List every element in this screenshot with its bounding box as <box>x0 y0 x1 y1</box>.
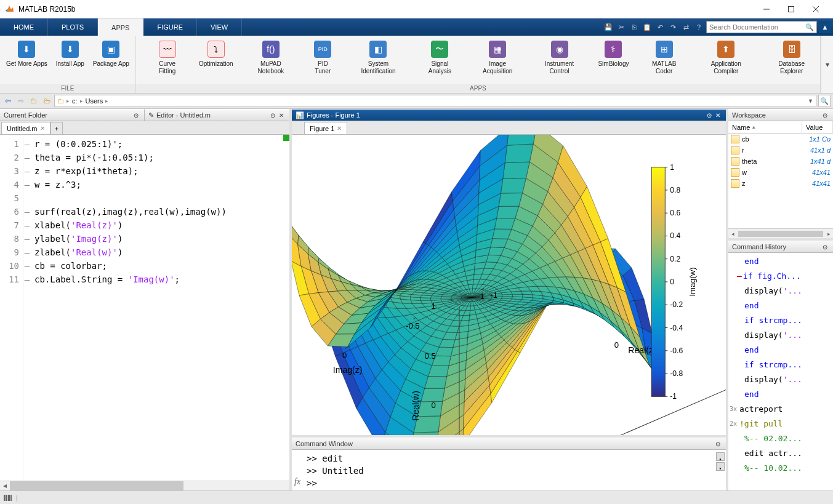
workspace-var-row[interactable]: w41x41 <box>728 167 833 178</box>
history-line[interactable]: display('... <box>731 328 831 343</box>
history-line[interactable]: 2x!git pull <box>731 417 831 431</box>
app-curve-fitting[interactable]: 〰Curve Fitting <box>148 38 187 81</box>
tab-plots[interactable]: PLOTS <box>48 18 98 36</box>
editor-hscroll[interactable]: ◂ <box>0 481 289 490</box>
figure-tab-1[interactable]: Figure 1 ✕ <box>304 122 347 134</box>
fx-icon[interactable]: fx <box>294 476 300 488</box>
search-doc-input[interactable] <box>709 23 805 31</box>
history-line[interactable]: end <box>731 254 831 269</box>
app-image-acquisition[interactable]: ▦Image Acquisition <box>473 38 523 81</box>
install-app-button[interactable]: ⬇ Install App <box>52 38 88 81</box>
app-signal-analysis[interactable]: 〜Signal Analysis <box>418 38 462 81</box>
command-prompt[interactable]: >> <box>296 477 722 489</box>
history-line[interactable]: end <box>731 343 831 358</box>
figures-header[interactable]: 📊Figures - Figure 1 ⊙ ✕ <box>292 109 726 121</box>
quick-copy-icon[interactable]: ⎘ <box>629 22 640 33</box>
code-area[interactable]: r = (0:0.025:1)';theta = pi*(-1:0.05:1);… <box>31 135 289 481</box>
package-app-button[interactable]: ▣ Package App <box>89 38 133 81</box>
workspace-header[interactable]: Workspace ⊙ <box>728 109 833 121</box>
tab-figure[interactable]: FIGURE <box>143 18 197 36</box>
panel-menu-icon[interactable]: ⊙ <box>821 242 829 251</box>
history-line[interactable]: –if fig.Ch... <box>731 269 831 284</box>
app-instrument-control[interactable]: ◉Instrument Control <box>533 38 585 81</box>
current-folder-header[interactable]: Current Folder ⊙ <box>0 109 145 121</box>
app-pid-tuner[interactable]: PIDPID Tuner <box>307 38 339 81</box>
panel-menu-icon[interactable]: ⊙ <box>132 111 140 119</box>
history-line[interactable]: if strcmp... <box>731 313 831 328</box>
quick-cut-icon[interactable]: ✂ <box>616 22 627 33</box>
scroll-right-icon[interactable]: ▸ <box>824 231 833 237</box>
app-optimization[interactable]: ⤵Optimization <box>197 38 235 81</box>
app-simbiology[interactable]: ⚕SimBiology <box>597 38 631 81</box>
history-line[interactable]: display('... <box>731 284 831 298</box>
tab-home[interactable]: HOME <box>0 18 48 36</box>
history-line[interactable]: if strcmp... <box>731 358 831 372</box>
history-line[interactable]: display('... <box>731 372 831 387</box>
history-line[interactable]: end <box>731 298 831 313</box>
panel-menu-icon[interactable]: ⊙ <box>705 111 714 119</box>
maximize-button[interactable] <box>779 1 803 18</box>
quick-redo-icon[interactable]: ↷ <box>667 22 678 33</box>
workspace-col-name[interactable]: Name▲ <box>728 121 802 133</box>
search-documentation[interactable]: 🔍 <box>706 21 817 33</box>
history-line[interactable]: %-- 02.02... <box>731 431 831 446</box>
app-mupad-notebook[interactable]: f()MuPAD Notebook <box>246 38 296 81</box>
path-crumb[interactable]: Users <box>86 97 103 105</box>
get-more-apps-button[interactable]: ⬇ Get More Apps <box>2 38 51 81</box>
history-line[interactable]: edit actr... <box>731 446 831 461</box>
scroll-thumb[interactable] <box>10 481 183 490</box>
command-window-body[interactable]: >> edit >> Untitled >> fx ▴ ▾ <box>292 450 726 490</box>
app-system-identification[interactable]: ◧System Identification <box>350 38 407 81</box>
workspace-var-row[interactable]: z41x41 <box>728 178 833 189</box>
history-line[interactable]: %-- 10.02... <box>731 461 831 476</box>
tab-close-icon[interactable]: ✕ <box>40 125 45 132</box>
panel-menu-icon[interactable]: ⊙ <box>714 439 722 448</box>
history-line[interactable]: end <box>731 387 831 402</box>
address-path[interactable]: 🗀 ▸ c: ▸ Users ▸ ▼ <box>54 95 816 107</box>
history-line[interactable]: 3xactreport <box>731 402 831 417</box>
panel-close-icon[interactable]: ✕ <box>714 111 722 119</box>
editor-body[interactable]: 1234567891011 –––––––––– r = (0:0.025:1)… <box>0 135 289 481</box>
scroll-left-icon[interactable]: ◂ <box>0 481 10 490</box>
tab-view[interactable]: VIEW <box>197 18 242 36</box>
tab-apps[interactable]: APPS <box>98 18 143 36</box>
close-button[interactable] <box>803 1 828 18</box>
panel-menu-icon[interactable]: ⊙ <box>268 111 277 119</box>
app-matlab-coder[interactable]: ⊞MATLAB Coder <box>642 38 686 81</box>
scroll-down-icon[interactable]: ▾ <box>716 462 725 471</box>
minimize-ribbon-icon[interactable]: ▲ <box>819 21 831 33</box>
path-crumb[interactable]: c: <box>72 97 78 105</box>
nav-up-icon[interactable]: 🗀 <box>28 95 39 106</box>
workspace-col-value[interactable]: Value <box>802 121 833 133</box>
help-icon[interactable]: ? <box>693 22 704 33</box>
scroll-up-icon[interactable]: ▴ <box>716 452 725 461</box>
workspace-var-row[interactable]: theta1x41 d <box>728 156 833 167</box>
scroll-thumb[interactable] <box>738 231 823 237</box>
breakpoint-gutter[interactable]: –––––––––– <box>23 135 31 481</box>
workspace-hscroll[interactable]: ◂ ▸ <box>728 228 833 238</box>
editor-new-tab-button[interactable]: + <box>50 122 63 134</box>
app-application-compiler[interactable]: ⬆Application Compiler <box>698 38 754 81</box>
address-search-button[interactable]: 🔍 <box>818 95 831 107</box>
editor-tab-untitled[interactable]: Untitled.m ✕ <box>1 122 50 134</box>
editor-header[interactable]: ✎Editor - Untitled.m ⊙ ✕ <box>145 109 289 121</box>
command-history-body[interactable]: end–if fig.Ch...display('...endif strcmp… <box>728 253 833 490</box>
app-database-explorer[interactable]: 🗄Database Explorer <box>765 38 818 81</box>
panel-menu-icon[interactable]: ⊙ <box>821 111 829 119</box>
nav-forward-icon[interactable]: ⇨ <box>15 95 26 106</box>
search-icon[interactable]: 🔍 <box>805 23 814 31</box>
figure-axes[interactable]: 10.50-0.5-1Imag(z)-101Real(z)-1-0.500.51… <box>292 135 726 435</box>
tab-close-icon[interactable]: ✕ <box>337 125 342 132</box>
ribbon-apps-more[interactable]: ▾ <box>821 36 833 93</box>
command-history-header[interactable]: Command History ⊙ <box>728 241 833 253</box>
command-window-header[interactable]: Command Window ⊙ <box>292 438 726 450</box>
quick-undo-icon[interactable]: ↶ <box>654 22 666 33</box>
nav-browse-icon[interactable]: 🗁 <box>41 95 52 106</box>
quick-save-icon[interactable]: 💾 <box>603 22 614 33</box>
path-dropdown-icon[interactable]: ▼ <box>808 98 813 104</box>
nav-back-icon[interactable]: ⇦ <box>2 95 14 106</box>
quick-paste-icon[interactable]: 📋 <box>642 22 653 33</box>
panel-close-icon[interactable]: ✕ <box>277 111 286 119</box>
workspace-var-row[interactable]: r41x1 d <box>728 145 833 156</box>
quick-switch-icon[interactable]: ⇄ <box>680 22 691 33</box>
